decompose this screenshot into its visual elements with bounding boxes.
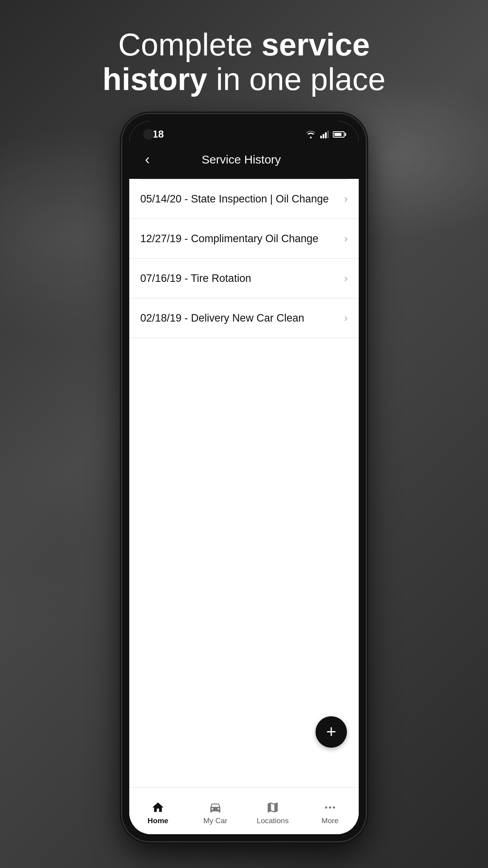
status-bar: 6:18 bbox=[129, 121, 359, 145]
svg-rect-1 bbox=[323, 134, 324, 138]
service-item-text-2: 12/27/19 - Complimentary Oil Change bbox=[140, 233, 318, 245]
service-item-3[interactable]: 07/16/19 - Tire Rotation › bbox=[129, 259, 359, 298]
battery-icon bbox=[333, 131, 345, 138]
more-icon bbox=[323, 801, 337, 814]
chevron-right-icon-3: › bbox=[344, 272, 348, 285]
headline-part3: in one place bbox=[207, 62, 386, 97]
phone-screen: 6:18 bbox=[129, 121, 359, 834]
svg-point-4 bbox=[325, 806, 327, 809]
fab-plus-icon: + bbox=[326, 723, 336, 740]
chevron-right-icon-2: › bbox=[344, 232, 348, 245]
svg-point-5 bbox=[329, 806, 331, 809]
service-item-text-3: 07/16/19 - Tire Rotation bbox=[140, 272, 251, 285]
bottom-nav: Home My Car Locations Mor bbox=[129, 787, 359, 834]
chevron-right-icon-4: › bbox=[344, 312, 348, 324]
signal-icon bbox=[320, 131, 329, 138]
chevron-right-icon-1: › bbox=[344, 193, 348, 205]
nav-item-home[interactable]: Home bbox=[129, 787, 187, 834]
headline-part1: Complete bbox=[118, 27, 262, 62]
service-list: 05/14/20 - State Inspection | Oil Change… bbox=[129, 179, 359, 338]
service-item-1[interactable]: 05/14/20 - State Inspection | Oil Change… bbox=[129, 179, 359, 219]
service-item-text-1: 05/14/20 - State Inspection | Oil Change bbox=[140, 193, 329, 205]
nav-item-more[interactable]: More bbox=[301, 787, 359, 834]
nav-label-more: More bbox=[321, 817, 338, 825]
headline-text: Complete service history in one place bbox=[0, 28, 488, 97]
nav-title: Service History bbox=[154, 153, 328, 166]
content-area: 05/14/20 - State Inspection | Oil Change… bbox=[129, 179, 359, 787]
status-icons bbox=[305, 131, 345, 138]
nav-item-my-car[interactable]: My Car bbox=[187, 787, 244, 834]
locations-icon bbox=[266, 801, 279, 814]
phone-frame: 6:18 bbox=[122, 114, 366, 841]
svg-rect-2 bbox=[325, 132, 327, 138]
camera-notch bbox=[143, 129, 154, 140]
svg-point-6 bbox=[333, 806, 335, 809]
wifi-icon bbox=[305, 131, 316, 138]
service-item-text-4: 02/18/19 - Delivery New Car Clean bbox=[140, 312, 304, 324]
service-item-2[interactable]: 12/27/19 - Complimentary Oil Change › bbox=[129, 219, 359, 259]
nav-label-locations: Locations bbox=[257, 817, 288, 825]
back-button[interactable]: ‹ bbox=[140, 150, 154, 169]
fab-add-button[interactable]: + bbox=[316, 716, 347, 748]
headline-bold1: service bbox=[261, 27, 370, 62]
nav-header: ‹ Service History bbox=[129, 145, 359, 179]
nav-label-home: Home bbox=[148, 817, 169, 825]
headline-bold2: history bbox=[103, 62, 207, 97]
svg-rect-0 bbox=[320, 136, 322, 138]
nav-item-locations[interactable]: Locations bbox=[244, 787, 301, 834]
nav-label-my-car: My Car bbox=[203, 817, 227, 825]
service-item-4[interactable]: 02/18/19 - Delivery New Car Clean › bbox=[129, 298, 359, 338]
svg-rect-3 bbox=[327, 131, 329, 138]
car-icon bbox=[208, 801, 222, 814]
home-icon bbox=[151, 801, 165, 814]
